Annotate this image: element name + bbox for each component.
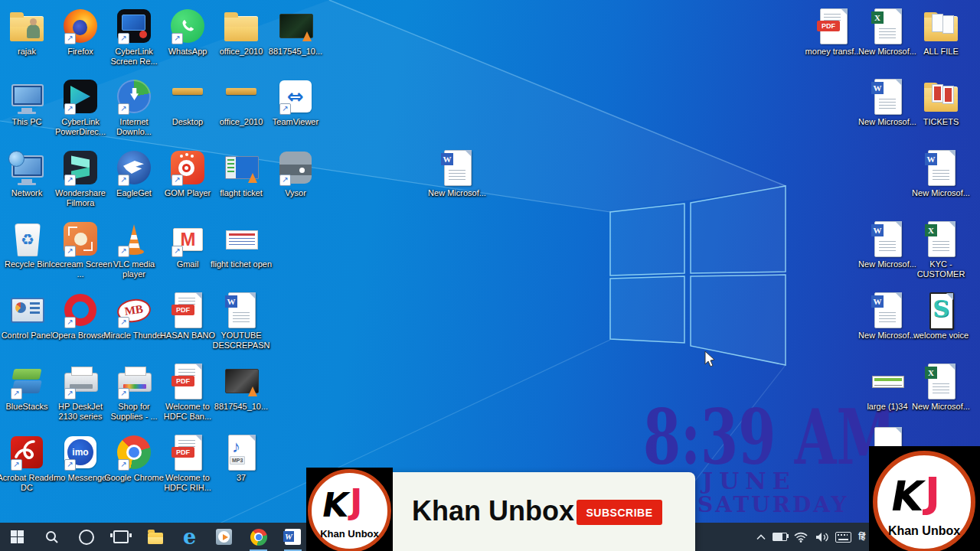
excel-icon: X	[923, 363, 959, 399]
pdf-icon: PDF	[169, 434, 206, 471]
channel-logo-corner: K J Khan Unbox	[869, 446, 980, 551]
word-icon: W	[223, 292, 260, 328]
desktop-icon-label: Vysor	[263, 188, 328, 198]
opera-icon: ↗	[62, 292, 99, 328]
desktop-icon-label: KYC - CUSTOMER	[909, 259, 973, 279]
shortcut-arrow-icon: ↗	[64, 174, 76, 186]
shortcut-arrow-icon: ↗	[118, 388, 129, 399]
desktop-icon-new-microsof[interactable]: WNew Microsof...	[909, 149, 973, 198]
acrobat-icon: ↗	[8, 434, 45, 471]
windows-logo	[610, 186, 786, 365]
tray-wifi-icon[interactable]	[794, 532, 808, 543]
subscribe-button[interactable]: SUBSCRIBE	[577, 500, 662, 525]
pdf-icon: PDF	[169, 363, 206, 399]
channel-logo-circle: K J Khan Unbox	[873, 451, 975, 551]
word-icon: W	[285, 529, 301, 545]
desktop-icon-37[interactable]: ♪MP337	[209, 434, 273, 483]
desktop-icon-youtube-descrepasn[interactable]: WYOUTUBE DESCREPASN	[209, 292, 273, 350]
desktop-icon-label: 8817545_10...	[209, 402, 273, 412]
desktop-icon-flight-tichet-open[interactable]: flight tichet open	[209, 220, 273, 269]
folder-files-icon	[923, 8, 959, 44]
taskbar-edge-button[interactable]: e	[172, 523, 207, 551]
desktop-icon-vysor[interactable]: ↗Vysor	[263, 149, 328, 198]
tray-volume-icon[interactable]	[815, 532, 828, 543]
thumb-wide-icon	[869, 363, 906, 399]
desktop-icon-welcome-voice[interactable]: Swelcome voice	[909, 292, 973, 341]
desktop-icon-teamviewer[interactable]: ⇔↗TeamViewer	[263, 78, 328, 127]
edge-icon: e	[183, 527, 196, 547]
tray-language-icon[interactable]: हिं	[858, 523, 865, 551]
desktop-icon-all-file[interactable]: ALL FILE	[909, 8, 973, 57]
shortcut-arrow-icon: ↗	[118, 317, 129, 328]
search-icon	[45, 530, 59, 544]
cyberlink-sr-icon: ↗	[116, 8, 152, 44]
video2-icon	[223, 363, 260, 399]
desktop-icon-8817545-10[interactable]: 8817545_10...	[209, 363, 273, 412]
desktop-icon-label: 8817545_10...	[263, 47, 328, 57]
shortcut-arrow-icon: ↗	[172, 33, 183, 44]
shortcut-arrow-icon: ↗	[64, 388, 76, 399]
logo-letter-j: J	[925, 468, 940, 517]
recycle-icon: ♻	[8, 220, 45, 257]
controlpanel-icon	[8, 292, 45, 328]
folder-user-icon	[8, 8, 45, 44]
shortcut-arrow-icon: ↗	[118, 246, 129, 257]
word-icon: W	[439, 149, 475, 186]
logo-letter-k: K	[319, 485, 352, 524]
taskbar-chrome-button[interactable]	[241, 523, 276, 551]
desktop-icon-new-microsof[interactable]: WNew Microsof...	[425, 149, 489, 198]
logo-caption: Khan Unbox	[877, 524, 971, 538]
printer2-icon: ↗	[116, 363, 152, 399]
gmail-icon: M↗	[169, 220, 206, 257]
taskbar-task-view-button[interactable]	[103, 523, 138, 551]
desktop-icon-tickets[interactable]: TICKETS	[909, 78, 973, 127]
tray-touch-keyboard-icon[interactable]	[835, 532, 851, 543]
pdf-icon: PDF	[169, 292, 206, 328]
shortcut-arrow-icon: ↗	[118, 103, 129, 115]
taskbar-word-button[interactable]: W	[276, 523, 310, 551]
shortcut-arrow-icon: ↗	[64, 246, 76, 257]
taskbar-cortana-button[interactable]	[69, 523, 103, 551]
desktop-icon-label: TeamViewer	[263, 117, 328, 127]
taskbar-buttons: eW	[0, 523, 310, 551]
word-icon: W	[923, 149, 959, 186]
scroll-icon: S	[923, 292, 959, 328]
shortcut-arrow-icon: ↗	[172, 174, 183, 186]
cyberlink-pd-icon: ↗	[62, 78, 99, 115]
file-explorer-icon	[148, 533, 163, 544]
tray-hidden-icons-chevron-icon[interactable]	[756, 534, 766, 540]
taskbar-search-button[interactable]	[34, 523, 69, 551]
winrar-icon	[169, 78, 206, 115]
winrar-icon	[223, 78, 260, 115]
desktop-icon-label: 37	[209, 473, 273, 483]
word-icon: W	[869, 220, 906, 257]
desktop-icon-label: ALL FILE	[909, 47, 973, 57]
shortcut-arrow-icon: ↗	[279, 174, 291, 186]
system-tray: हिं	[756, 523, 865, 551]
video-icon	[277, 8, 314, 44]
desktop-icon-8817545-10[interactable]: 8817545_10...	[263, 8, 328, 57]
idm-icon: ↗	[116, 78, 152, 115]
taskbar-file-explorer-button[interactable]	[138, 523, 172, 551]
taskbar-start-button[interactable]	[0, 523, 34, 551]
mp3-icon: ♪MP3	[223, 434, 260, 471]
mouse-cursor	[705, 351, 714, 367]
taskbar-media-player-button[interactable]	[207, 523, 241, 551]
tray-battery-icon[interactable]	[773, 533, 787, 541]
shortcut-arrow-icon: ↗	[172, 246, 183, 257]
desktop-icon-label: welcome voice	[909, 331, 973, 341]
shortcut-arrow-icon: ↗	[64, 103, 76, 115]
logo-letter-k: K	[887, 472, 927, 520]
vlc-icon: ↗	[116, 220, 152, 257]
desktop-icon-new-microsof[interactable]: XNew Microsof...	[909, 363, 973, 412]
vysor-icon: ↗	[277, 149, 314, 186]
pdf-icon: PDF	[815, 8, 851, 44]
teamviewer-icon: ⇔↗	[277, 78, 314, 115]
desktop-icon-kyc-customer[interactable]: XKYC - CUSTOMER	[909, 220, 973, 279]
thumb-ticket-icon	[223, 220, 260, 257]
desktop-icon-label: New Microsof...	[425, 188, 489, 198]
whatsapp-icon: ↗	[169, 8, 206, 44]
shortcut-arrow-icon: ↗	[64, 33, 76, 44]
shortcut-arrow-icon: ↗	[11, 388, 22, 399]
desktop-clock-month: JUNE	[702, 468, 796, 494]
